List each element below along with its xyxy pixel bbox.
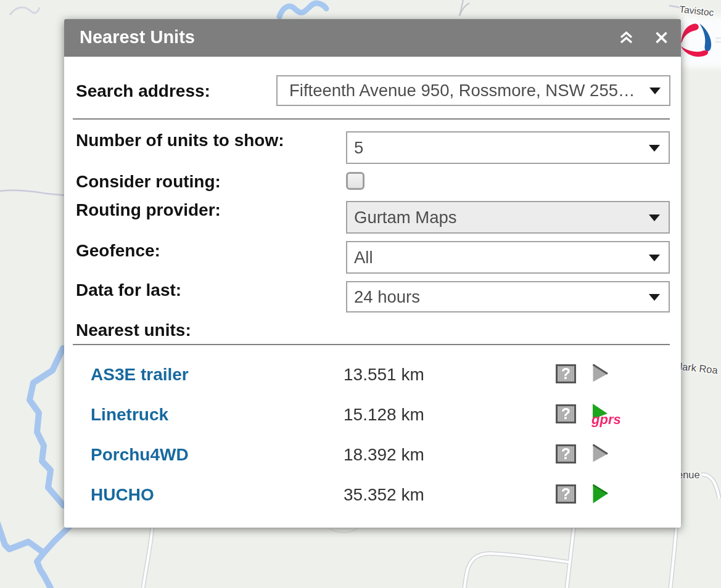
svg-text:gprs: gprs <box>591 412 621 427</box>
